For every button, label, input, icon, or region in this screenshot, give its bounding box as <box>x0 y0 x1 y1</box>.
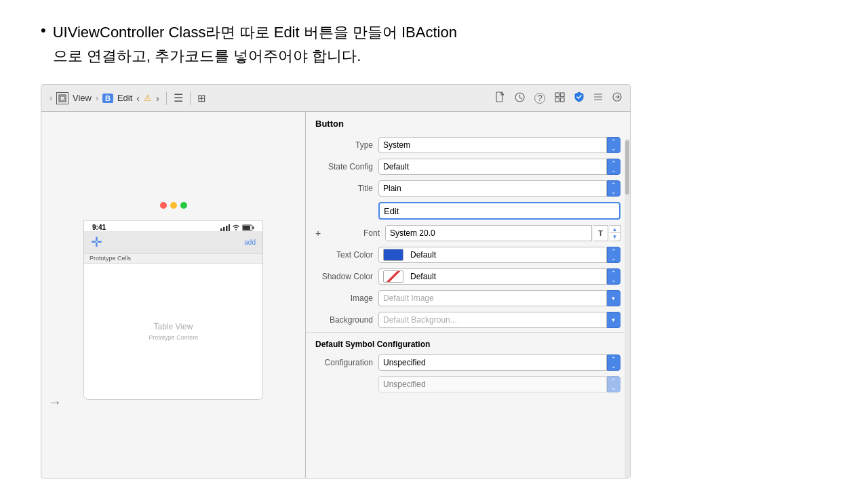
section-divider <box>306 332 630 333</box>
font-plus-icon[interactable]: + <box>315 228 323 239</box>
state-config-chevron-btn[interactable]: ⌃⌄ <box>607 159 620 175</box>
description-line2: 으로 연결하고, 추가코드를 넣어주어야 합니다. <box>53 44 457 68</box>
phone-window-chrome <box>83 190 263 221</box>
align-icon[interactable]: ☰ <box>174 92 183 104</box>
type-label: Type <box>315 140 373 150</box>
inspector-content: Button Type System ⌃⌄ <box>306 112 630 395</box>
description-line1: UIViewController Class라면 따로 Edit 버튼을 만들어… <box>53 20 457 44</box>
svg-rect-4 <box>555 93 559 97</box>
font-t-icon[interactable]: T <box>593 225 608 241</box>
toolbar-separator1 <box>166 92 167 105</box>
title-chevron-btn[interactable]: ⌃⌄ <box>607 180 620 197</box>
configuration-chevron-btn[interactable]: ⌃⌄ <box>607 354 620 371</box>
image-label: Image <box>315 293 373 303</box>
background-control: Default Backgroun... ▼ <box>378 312 620 328</box>
dot-green <box>180 202 187 209</box>
shadow-color-select[interactable]: Default ⌃⌄ <box>378 268 620 285</box>
inspector-question-icon[interactable]: ? <box>534 93 545 104</box>
image-select[interactable]: Default Image ▼ <box>378 290 620 306</box>
text-color-chevron-btn[interactable]: ⌃⌄ <box>607 247 620 263</box>
image-row: Image Default Image ▼ <box>306 287 630 309</box>
shadow-color-swatch <box>383 270 403 283</box>
shadow-color-control: Default ⌃⌄ <box>378 268 620 285</box>
text-color-control: Default ⌃⌄ <box>378 247 620 263</box>
state-config-control: Default ⌃⌄ <box>378 159 620 175</box>
state-config-box: Default <box>378 159 607 175</box>
configuration-row: Configuration Unspecified ⌃⌄ <box>306 352 630 373</box>
svg-rect-15 <box>229 224 230 231</box>
nav-right-icon[interactable]: › <box>156 93 159 104</box>
configuration-select[interactable]: Unspecified ⌃⌄ <box>378 354 620 371</box>
font-stepper-down[interactable]: ▼ <box>610 233 620 241</box>
table-content-area: Table View Prototype Content <box>84 264 262 399</box>
bottom-partial-select[interactable]: Unspecified ⌃⌄ <box>378 376 620 392</box>
background-label: Background <box>315 315 373 325</box>
phone-add-label: add <box>244 239 256 246</box>
main-content: 9:41 ✛ add <box>41 112 630 478</box>
svg-rect-12 <box>220 228 222 231</box>
svg-rect-2 <box>496 92 502 102</box>
phone-nav-bar: ✛ add <box>84 231 262 253</box>
bottom-partial-control: Unspecified ⌃⌄ <box>378 376 620 392</box>
text-color-label: Text Color <box>315 250 373 260</box>
background-dropdown: Default Backgroun... <box>378 312 607 328</box>
inspector-shield-icon[interactable] <box>574 92 584 104</box>
svg-rect-18 <box>243 226 250 230</box>
font-control: System 20.0 T ▲ ▼ <box>385 225 620 241</box>
inspector-file-icon[interactable] <box>496 92 505 104</box>
type-select[interactable]: System ⌃⌄ <box>378 137 620 153</box>
text-color-select[interactable]: Default ⌃⌄ <box>378 247 620 263</box>
svg-rect-5 <box>561 93 565 97</box>
edit-breadcrumb-label: Edit <box>117 93 132 103</box>
svg-rect-13 <box>223 227 225 231</box>
font-stepper-up[interactable]: ▲ <box>610 225 620 233</box>
toolbar-separator2 <box>190 92 191 105</box>
type-control: System ⌃⌄ <box>378 137 620 153</box>
toolbar: › View › B Edit ‹ ⚠ › ☰ ⊞ ? <box>41 85 630 112</box>
font-stepper[interactable]: ▲ ▼ <box>610 225 620 241</box>
bottom-partial-chevron-btn[interactable]: ⌃⌄ <box>607 376 620 392</box>
svg-rect-17 <box>253 226 254 229</box>
svg-rect-6 <box>555 98 559 102</box>
default-config-title: Default Symbol Configuration <box>306 334 630 352</box>
shadow-color-box: Default <box>378 268 607 285</box>
toolbar-chevron-right: › <box>50 94 52 103</box>
add-grid-icon[interactable]: ⊞ <box>197 92 206 104</box>
b-badge: B <box>102 94 113 103</box>
title-row: Title Plain ⌃⌄ <box>306 178 630 199</box>
state-config-select[interactable]: Default ⌃⌄ <box>378 159 620 175</box>
background-row: Background Default Backgroun... ▼ <box>306 309 630 331</box>
view-label: View <box>73 93 92 103</box>
configuration-box: Unspecified <box>378 354 607 371</box>
nav-left-icon[interactable]: ‹ <box>136 93 140 104</box>
inspector-grid-icon[interactable] <box>555 92 565 104</box>
breadcrumb-chevron: › <box>96 94 98 103</box>
inspector-section-title: Button <box>306 112 630 134</box>
inspector-clock-icon[interactable] <box>515 92 525 104</box>
title-text-input[interactable]: Edit <box>378 202 620 220</box>
shadow-color-chevron-btn[interactable]: ⌃⌄ <box>607 268 620 285</box>
bullet-symbol: • <box>41 22 46 39</box>
background-select[interactable]: Default Backgroun... ▼ <box>378 312 620 328</box>
image-dropdown-btn[interactable]: ▼ <box>607 290 620 306</box>
title-control: Plain ⌃⌄ <box>378 180 620 197</box>
shadow-color-label: Shadow Color <box>315 272 373 281</box>
canvas-arrow: → <box>48 394 62 410</box>
dot-red <box>160 202 167 209</box>
inspector-list-icon[interactable] <box>593 92 603 104</box>
inspector-arrow-icon[interactable] <box>612 92 622 104</box>
title-select[interactable]: Plain ⌃⌄ <box>378 180 620 197</box>
title-label: Title <box>315 184 373 193</box>
type-row: Type System ⌃⌄ <box>306 134 630 156</box>
scrollbar-track[interactable] <box>625 139 630 478</box>
shadow-color-row: Shadow Color Default ⌃⌄ <box>306 266 630 287</box>
phone-crosshair-icon: ✛ <box>91 234 102 250</box>
type-chevron-btn[interactable]: ⌃⌄ <box>607 137 620 153</box>
description-block: • UIViewController Class라면 따로 Edit 버튼을 만… <box>41 20 827 68</box>
font-text-box[interactable]: System 20.0 <box>385 225 592 241</box>
window-dots <box>160 202 187 209</box>
background-dropdown-btn[interactable]: ▼ <box>607 312 620 328</box>
scrollbar-thumb[interactable] <box>625 140 629 195</box>
phone-simulator: 9:41 ✛ add <box>83 221 263 400</box>
prototype-cells-label: Prototype Cells <box>84 253 262 264</box>
